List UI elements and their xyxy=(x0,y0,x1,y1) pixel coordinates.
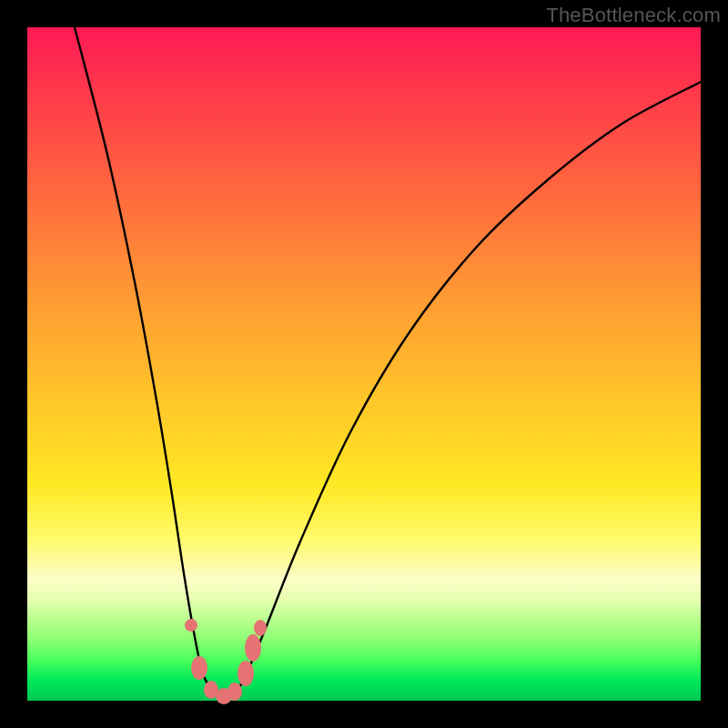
watermark: TheBottleneck.com xyxy=(546,4,721,27)
curve-marker xyxy=(238,661,254,686)
curve-marker xyxy=(191,656,207,680)
chart-frame: TheBottleneck.com xyxy=(0,0,728,728)
curve-marker xyxy=(254,620,267,636)
curve-marker xyxy=(228,682,242,701)
bottleneck-curve xyxy=(75,27,701,698)
curve-markers xyxy=(185,619,267,704)
curve-marker xyxy=(185,619,197,632)
curve-layer xyxy=(27,27,701,701)
plot-area xyxy=(27,27,701,701)
curve-marker xyxy=(245,634,261,662)
